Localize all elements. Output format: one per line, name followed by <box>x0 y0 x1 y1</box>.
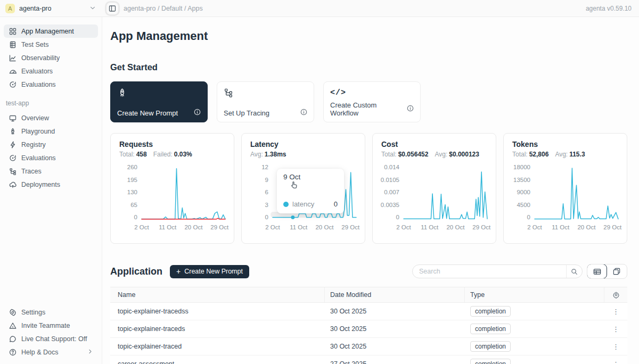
app-version: agenta v0.59.10 <box>586 5 639 12</box>
sidebar-item-test-sets[interactable]: Test Sets <box>4 38 98 51</box>
search-input[interactable] <box>413 268 566 275</box>
kebab-menu-icon[interactable]: ⋮ <box>612 360 619 364</box>
create-new-prompt-card[interactable]: Create New Prompt <box>110 81 208 122</box>
chart-card-requests[interactable]: RequestsTotal:458Failed:0.03%26019513065… <box>110 133 234 244</box>
workspace-avatar: A <box>5 4 15 13</box>
column-header-name[interactable]: Name <box>110 287 325 302</box>
row-actions-menu[interactable]: ⋮ <box>604 343 627 351</box>
column-header-date-modified[interactable]: Date Modified <box>325 287 465 302</box>
chat-icon <box>9 335 17 343</box>
workspace-name: agenta-pro <box>19 5 85 12</box>
sidebar-section-label: test-app <box>6 100 98 107</box>
table-row[interactable]: topic-explainer-traceds30 Oct 2025comple… <box>110 320 627 338</box>
workspace-selector[interactable]: A agenta-pro <box>0 4 102 13</box>
monitor-icon <box>9 114 17 122</box>
chart-title: Latency <box>250 140 356 148</box>
sidebar-item-app-management[interactable]: App Management <box>4 24 98 38</box>
sidebar-item-label: Evaluations <box>21 81 56 88</box>
chevron-right-icon <box>87 349 93 355</box>
app-name[interactable]: topic-explainer-traceds <box>110 325 325 333</box>
kebab-menu-icon[interactable]: ⋮ <box>612 343 619 351</box>
app-name[interactable]: topic-explainer-traced <box>110 343 325 350</box>
sidebar-item-overview[interactable]: Overview <box>4 111 98 125</box>
row-actions-menu[interactable]: ⋮ <box>604 360 627 364</box>
table-view-button[interactable] <box>587 264 607 279</box>
sidebar-item-label: Evaluators <box>21 68 53 75</box>
tracing-icon <box>224 87 307 98</box>
sidebar-item-invite-teammate[interactable]: Invite Teammate <box>4 319 98 332</box>
sidebar-item-label: Invite Teammate <box>21 322 70 329</box>
tooltip-date: 9 Oct <box>283 173 338 181</box>
rocket-icon <box>117 87 201 98</box>
create-custom-workflow-card[interactable]: </> Create Custom Workflow <box>323 81 421 122</box>
sidebar-item-label: Registry <box>21 141 46 148</box>
row-actions-menu[interactable]: ⋮ <box>604 308 627 316</box>
sidebar-item-live-chat-support-off[interactable]: Live Chat Support: Off <box>4 332 98 345</box>
y-axis-labels: 260195130650 <box>119 165 142 220</box>
table-settings-gear[interactable] <box>604 287 627 302</box>
search-icon[interactable] <box>566 265 582 278</box>
breadcrumb[interactable]: agenta-pro / Default / Apps <box>124 5 203 12</box>
sidebar-app-nav: OverviewPlaygroundRegistryEvaluationsTra… <box>4 111 98 191</box>
sidebar-item-evaluations[interactable]: Evaluations <box>4 78 98 91</box>
sidebar-item-playground[interactable]: Playground <box>4 125 98 138</box>
sidebar-item-label: Deployments <box>21 181 60 188</box>
sidebar-toggle-button[interactable] <box>106 3 118 14</box>
card-view-button[interactable] <box>607 264 627 278</box>
top-bar: A agenta-pro agenta-pro / Default / Apps… <box>0 0 639 17</box>
sidebar-item-settings[interactable]: Settings <box>4 305 98 319</box>
app-type: completion <box>465 360 604 364</box>
tooltip-series-name: latency <box>292 200 314 208</box>
chart-plot-area[interactable] <box>404 165 487 220</box>
sidebar-footer-nav: SettingsInvite TeammateLive Chat Support… <box>4 305 98 359</box>
sidebar-item-evaluators[interactable]: Evaluators <box>4 64 98 78</box>
gauge-icon <box>9 67 17 75</box>
sidebar-item-evaluations[interactable]: Evaluations <box>4 151 98 164</box>
sidebar-item-label: Playground <box>21 128 55 135</box>
info-icon[interactable] <box>407 105 414 113</box>
sidebar-item-help-docs[interactable]: Help & Docs <box>4 345 98 359</box>
sidebar-item-label: Help & Docs <box>21 349 58 356</box>
sidebar-item-label: App Management <box>21 28 74 35</box>
code-icon: </> <box>330 87 414 98</box>
app-name[interactable]: career-assessment <box>110 360 325 364</box>
set-up-tracing-card[interactable]: Set Up Tracing <box>217 81 314 122</box>
type-badge: completion <box>470 359 511 364</box>
kebab-menu-icon[interactable]: ⋮ <box>612 325 619 333</box>
gear-icon <box>9 308 17 316</box>
sidebar-item-observability[interactable]: Observability <box>4 51 98 64</box>
chart-plot-area[interactable]: 9 Octlatency0 <box>273 165 356 220</box>
tree-icon <box>9 167 17 175</box>
info-icon[interactable] <box>300 109 307 117</box>
metric-charts-row: RequestsTotal:458Failed:0.03%26019513065… <box>110 133 627 244</box>
chart-plot-area[interactable] <box>142 165 225 220</box>
info-icon[interactable] <box>194 109 201 117</box>
table-row[interactable]: topic-explainer-traced30 Oct 2025complet… <box>110 338 627 355</box>
create-new-prompt-button[interactable]: + Create New Prompt <box>170 265 249 278</box>
sidebar-item-traces[interactable]: Traces <box>4 164 98 178</box>
x-axis-labels: 2 Oct11 Oct20 Oct29 Oct <box>404 224 487 231</box>
type-badge: completion <box>470 324 511 334</box>
search-box <box>412 264 583 278</box>
table-row[interactable]: topic-explainer-tracedss30 Oct 2025compl… <box>110 303 627 320</box>
plus-icon: + <box>176 267 181 276</box>
table-header: Name Date Modified Type <box>110 287 627 303</box>
chart-plot-area[interactable] <box>535 165 618 220</box>
chart-card-cost[interactable]: CostTotal:$0.056452Avg:$0.0001230.0140.0… <box>372 133 496 244</box>
help-icon <box>9 348 17 356</box>
sidebar-item-deployments[interactable]: Deployments <box>4 178 98 191</box>
chart-tooltip: 9 Octlatency0 <box>277 169 344 213</box>
observability-icon <box>9 54 17 62</box>
chart-card-latency[interactable]: LatencyAvg:1.38ms1296309 Octlatency02 Oc… <box>241 133 365 244</box>
kebab-menu-icon[interactable]: ⋮ <box>612 308 619 316</box>
app-name[interactable]: topic-explainer-tracedss <box>110 308 325 315</box>
table-row[interactable]: career-assessment27 Oct 2025completion⋮ <box>110 355 627 364</box>
x-axis-labels: 2 Oct11 Oct20 Oct29 Oct <box>142 224 225 231</box>
application-header: Application + Create New Prompt <box>110 264 627 279</box>
row-actions-menu[interactable]: ⋮ <box>604 325 627 333</box>
sidebar-item-registry[interactable]: Registry <box>4 138 98 151</box>
y-axis-labels: 1800013500900045000 <box>512 165 535 220</box>
sidebar-item-label: Traces <box>21 168 42 175</box>
column-header-type[interactable]: Type <box>465 287 604 302</box>
chart-card-tokens[interactable]: TokensTotal:52,806Avg:115.31800013500900… <box>503 133 627 244</box>
